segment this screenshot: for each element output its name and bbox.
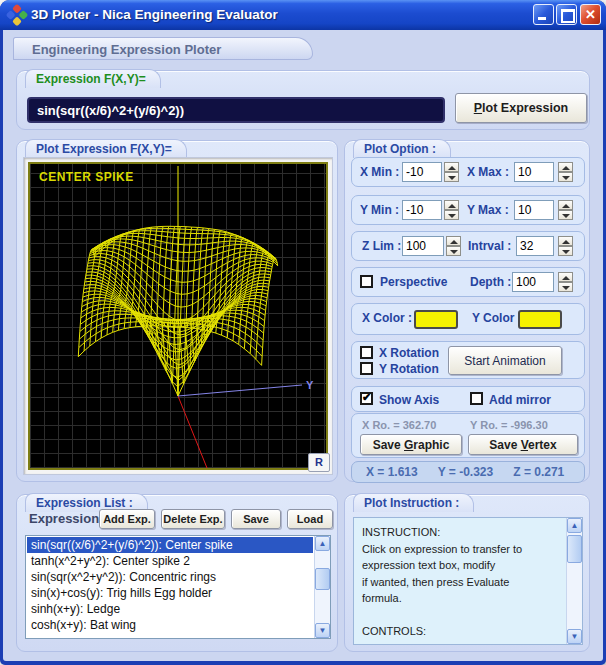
list-item[interactable]: cosh(x+y): Bat wing — [27, 617, 313, 633]
list-item[interactable]: tanh(x^2+y^2): Center spike 2 — [27, 553, 313, 569]
list-item[interactable]: sin(sqr((x/6)^2+(y/6)^2)): Center spike — [27, 537, 313, 553]
x-min-input[interactable] — [402, 162, 442, 182]
spin-down-button[interactable] — [558, 282, 573, 292]
y-rotation-checkbox[interactable] — [360, 362, 373, 375]
expression-input[interactable] — [27, 97, 445, 123]
z-lim-label: Z Lim : — [362, 239, 401, 253]
title-bar[interactable]: 3D Ploter - Nica Engineering Evaluator ✕ — [0, 0, 606, 30]
x-rotation-label: X Rotation — [379, 346, 439, 360]
list-item[interactable]: sinh(x+y): Ledge — [27, 601, 313, 617]
reset-view-button[interactable]: R — [308, 453, 330, 472]
x-max-input[interactable] — [514, 162, 554, 182]
x-color-swatch[interactable] — [414, 310, 458, 329]
spin-up-button[interactable] — [446, 236, 461, 246]
spin-up-button[interactable] — [558, 200, 573, 210]
add-mirror-checkbox[interactable] — [470, 392, 483, 405]
close-button[interactable]: ✕ — [580, 4, 601, 25]
save-graphic-button[interactable]: Save Graphic — [360, 434, 462, 455]
save-list-button[interactable]: Save — [231, 509, 281, 529]
load-list-button[interactable]: Load — [287, 509, 333, 529]
x-max-spinner — [558, 162, 573, 182]
plot-group-label: Plot Expression F(X,Y)= — [25, 139, 187, 158]
save-vertex-button[interactable]: Save Vertex — [468, 434, 578, 455]
x-rotation-value: X Ro. = 362.70 — [362, 419, 436, 431]
expression-column-header: Expression — [29, 511, 99, 526]
spin-down-button[interactable] — [558, 210, 573, 220]
list-item[interactable]: sin(x)+cos(y): Trig hills Egg holder — [27, 585, 313, 601]
option-row-y-range: Y Min : Y Max : — [351, 195, 585, 225]
expression-list-group: Expression List : Expression Add Exp. De… — [16, 494, 338, 652]
app-window: 3D Ploter - Nica Engineering Evaluator ✕… — [0, 0, 606, 665]
interval-input[interactable] — [516, 236, 554, 256]
option-row-colors: X Color : Y Color : — [351, 303, 585, 335]
instruction-textarea[interactable]: INSTRUCTION: Click on expression to tran… — [353, 517, 583, 645]
depth-spinner — [558, 272, 573, 292]
scroll-down-icon[interactable]: ▼ — [315, 623, 330, 638]
option-row-perspective-depth: Perspective Depth : — [351, 267, 585, 297]
x-coordinate: X = 1.613 — [366, 465, 418, 479]
y-color-label: Y Color : — [472, 311, 522, 325]
list-scrollbar[interactable]: ▲ ▼ — [314, 536, 330, 638]
y-rotation-value: Y Ro. = -996.30 — [470, 419, 548, 431]
spin-down-button[interactable] — [558, 246, 573, 256]
start-animation-button[interactable]: Start Animation — [448, 346, 562, 375]
plot-option-group: Plot Option : X Min : X Max : Y Min : Y … — [344, 140, 590, 482]
spin-down-button[interactable] — [444, 172, 459, 182]
spin-down-button[interactable] — [446, 246, 461, 256]
y-coordinate: Y = -0.323 — [438, 465, 494, 479]
expression-group-label: Expression F(X,Y)= — [25, 69, 161, 88]
coordinates-readout: X = 1.613 Y = -0.323 Z = 0.271 — [351, 461, 585, 483]
expression-listbox[interactable]: sin(sqr((x/6)^2+(y/6)^2)): Center spiket… — [25, 535, 331, 639]
scroll-down-icon[interactable]: ▼ — [567, 629, 582, 644]
plot-instruction-group-label: Plot Instruction : — [353, 493, 474, 512]
z-lim-spinner — [446, 236, 461, 256]
scrollbar-thumb[interactable] — [315, 568, 330, 590]
x-min-label: X Min : — [360, 165, 399, 179]
scroll-up-icon[interactable]: ▲ — [567, 518, 582, 533]
z-lim-input[interactable] — [402, 236, 444, 256]
spin-up-button[interactable] — [558, 272, 573, 282]
expression-group: Expression F(X,Y)= Plot Expression — [16, 70, 590, 130]
plot-title: CENTER SPIKE — [39, 170, 134, 184]
main-content: Engineering Expression Ploter Expression… — [3, 30, 603, 661]
spin-up-button[interactable] — [444, 200, 459, 210]
plot-panel: Y CENTER SPIKE R — [23, 157, 333, 475]
add-mirror-label: Add mirror — [489, 393, 551, 407]
instruction-scrollbar[interactable]: ▲ ▼ — [566, 518, 582, 644]
minimize-button[interactable] — [533, 4, 554, 25]
spin-down-button[interactable] — [444, 210, 459, 220]
option-row-rotation: X Rotation Y Rotation Start Animation — [351, 341, 585, 379]
x-rotation-checkbox[interactable] — [360, 346, 373, 359]
spin-up-button[interactable] — [444, 162, 459, 172]
y-rotation-label: Y Rotation — [379, 362, 439, 376]
maximize-button[interactable] — [556, 4, 577, 25]
app-icon — [6, 4, 29, 27]
x-max-label: X Max : — [467, 165, 509, 179]
spin-up-button[interactable] — [558, 236, 573, 246]
perspective-checkbox[interactable] — [360, 275, 373, 288]
y-min-spinner — [444, 200, 459, 220]
tab-label: Engineering Expression Ploter — [14, 38, 312, 57]
depth-input[interactable] — [512, 272, 554, 292]
spin-down-button[interactable] — [558, 172, 573, 182]
y-min-input[interactable] — [402, 200, 442, 220]
x-color-label: X Color : — [362, 311, 412, 325]
plot-3d-mesh: Y — [30, 164, 326, 468]
list-item[interactable]: sin(sqr(x^2+y^2)): Concentric rings — [27, 569, 313, 585]
y-color-swatch[interactable] — [518, 310, 562, 329]
add-expression-button[interactable]: Add Exp. — [99, 509, 155, 529]
y-max-spinner — [558, 200, 573, 220]
depth-label: Depth : — [470, 275, 511, 289]
plot-expression-button[interactable]: Plot Expression — [455, 93, 587, 123]
delete-expression-button[interactable]: Delete Exp. — [161, 509, 225, 529]
tab-engineering-expression-ploter[interactable]: Engineering Expression Ploter — [13, 37, 313, 60]
y-max-input[interactable] — [514, 200, 554, 220]
scroll-up-icon[interactable]: ▲ — [315, 536, 330, 551]
plot-option-group-label: Plot Option : — [353, 139, 451, 158]
option-row-x-range: X Min : X Max : — [351, 157, 585, 187]
scrollbar-thumb[interactable] — [567, 535, 582, 563]
plot-canvas[interactable]: Y CENTER SPIKE — [28, 162, 328, 470]
show-axis-checkbox[interactable] — [360, 392, 373, 405]
instruction-text: INSTRUCTION: Click on expression to tran… — [362, 524, 562, 640]
spin-up-button[interactable] — [558, 162, 573, 172]
